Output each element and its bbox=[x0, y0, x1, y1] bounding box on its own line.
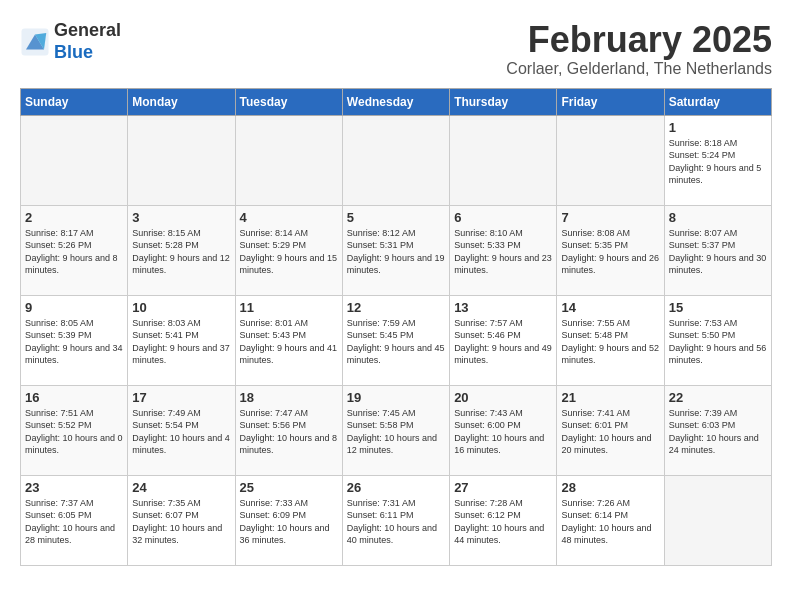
day-info: Sunrise: 7:49 AM Sunset: 5:54 PM Dayligh… bbox=[132, 407, 230, 457]
day-info: Sunrise: 8:05 AM Sunset: 5:39 PM Dayligh… bbox=[25, 317, 123, 367]
day-number: 3 bbox=[132, 210, 230, 225]
calendar-day-cell bbox=[450, 115, 557, 205]
day-info: Sunrise: 8:10 AM Sunset: 5:33 PM Dayligh… bbox=[454, 227, 552, 277]
calendar-day-cell: 24Sunrise: 7:35 AM Sunset: 6:07 PM Dayli… bbox=[128, 475, 235, 565]
day-number: 1 bbox=[669, 120, 767, 135]
calendar-day-cell: 2Sunrise: 8:17 AM Sunset: 5:26 PM Daylig… bbox=[21, 205, 128, 295]
weekday-header-row: SundayMondayTuesdayWednesdayThursdayFrid… bbox=[21, 88, 772, 115]
page-header: General Blue February 2025 Corlaer, Geld… bbox=[20, 20, 772, 78]
day-info: Sunrise: 8:17 AM Sunset: 5:26 PM Dayligh… bbox=[25, 227, 123, 277]
calendar-day-cell: 9Sunrise: 8:05 AM Sunset: 5:39 PM Daylig… bbox=[21, 295, 128, 385]
calendar-day-cell bbox=[128, 115, 235, 205]
calendar-day-cell: 4Sunrise: 8:14 AM Sunset: 5:29 PM Daylig… bbox=[235, 205, 342, 295]
day-number: 23 bbox=[25, 480, 123, 495]
calendar-day-cell: 27Sunrise: 7:28 AM Sunset: 6:12 PM Dayli… bbox=[450, 475, 557, 565]
calendar-day-cell: 21Sunrise: 7:41 AM Sunset: 6:01 PM Dayli… bbox=[557, 385, 664, 475]
day-number: 19 bbox=[347, 390, 445, 405]
day-info: Sunrise: 7:37 AM Sunset: 6:05 PM Dayligh… bbox=[25, 497, 123, 547]
logo-icon bbox=[20, 27, 50, 57]
calendar-week-row: 2Sunrise: 8:17 AM Sunset: 5:26 PM Daylig… bbox=[21, 205, 772, 295]
calendar-day-cell: 25Sunrise: 7:33 AM Sunset: 6:09 PM Dayli… bbox=[235, 475, 342, 565]
title-block: February 2025 Corlaer, Gelderland, The N… bbox=[506, 20, 772, 78]
calendar-body: 1Sunrise: 8:18 AM Sunset: 5:24 PM Daylig… bbox=[21, 115, 772, 565]
day-number: 20 bbox=[454, 390, 552, 405]
day-number: 15 bbox=[669, 300, 767, 315]
day-info: Sunrise: 8:12 AM Sunset: 5:31 PM Dayligh… bbox=[347, 227, 445, 277]
day-number: 25 bbox=[240, 480, 338, 495]
day-number: 8 bbox=[669, 210, 767, 225]
calendar-day-cell: 12Sunrise: 7:59 AM Sunset: 5:45 PM Dayli… bbox=[342, 295, 449, 385]
calendar-table: SundayMondayTuesdayWednesdayThursdayFrid… bbox=[20, 88, 772, 566]
day-info: Sunrise: 7:31 AM Sunset: 6:11 PM Dayligh… bbox=[347, 497, 445, 547]
day-info: Sunrise: 7:57 AM Sunset: 5:46 PM Dayligh… bbox=[454, 317, 552, 367]
calendar-day-cell: 11Sunrise: 8:01 AM Sunset: 5:43 PM Dayli… bbox=[235, 295, 342, 385]
day-info: Sunrise: 7:39 AM Sunset: 6:03 PM Dayligh… bbox=[669, 407, 767, 457]
calendar-week-row: 23Sunrise: 7:37 AM Sunset: 6:05 PM Dayli… bbox=[21, 475, 772, 565]
calendar-day-cell bbox=[342, 115, 449, 205]
day-info: Sunrise: 8:15 AM Sunset: 5:28 PM Dayligh… bbox=[132, 227, 230, 277]
day-info: Sunrise: 7:53 AM Sunset: 5:50 PM Dayligh… bbox=[669, 317, 767, 367]
calendar-title: February 2025 bbox=[506, 20, 772, 60]
day-number: 14 bbox=[561, 300, 659, 315]
day-info: Sunrise: 8:01 AM Sunset: 5:43 PM Dayligh… bbox=[240, 317, 338, 367]
logo-text: General Blue bbox=[54, 20, 121, 63]
day-info: Sunrise: 8:18 AM Sunset: 5:24 PM Dayligh… bbox=[669, 137, 767, 187]
calendar-day-cell: 23Sunrise: 7:37 AM Sunset: 6:05 PM Dayli… bbox=[21, 475, 128, 565]
calendar-day-cell bbox=[664, 475, 771, 565]
calendar-day-cell: 7Sunrise: 8:08 AM Sunset: 5:35 PM Daylig… bbox=[557, 205, 664, 295]
day-info: Sunrise: 8:07 AM Sunset: 5:37 PM Dayligh… bbox=[669, 227, 767, 277]
day-number: 27 bbox=[454, 480, 552, 495]
day-info: Sunrise: 7:28 AM Sunset: 6:12 PM Dayligh… bbox=[454, 497, 552, 547]
calendar-day-cell: 19Sunrise: 7:45 AM Sunset: 5:58 PM Dayli… bbox=[342, 385, 449, 475]
day-number: 22 bbox=[669, 390, 767, 405]
day-info: Sunrise: 7:33 AM Sunset: 6:09 PM Dayligh… bbox=[240, 497, 338, 547]
day-number: 9 bbox=[25, 300, 123, 315]
weekday-header-cell: Friday bbox=[557, 88, 664, 115]
day-number: 7 bbox=[561, 210, 659, 225]
day-info: Sunrise: 7:51 AM Sunset: 5:52 PM Dayligh… bbox=[25, 407, 123, 457]
logo: General Blue bbox=[20, 20, 121, 63]
calendar-day-cell: 10Sunrise: 8:03 AM Sunset: 5:41 PM Dayli… bbox=[128, 295, 235, 385]
day-info: Sunrise: 7:55 AM Sunset: 5:48 PM Dayligh… bbox=[561, 317, 659, 367]
day-info: Sunrise: 7:26 AM Sunset: 6:14 PM Dayligh… bbox=[561, 497, 659, 547]
weekday-header-cell: Monday bbox=[128, 88, 235, 115]
weekday-header-cell: Tuesday bbox=[235, 88, 342, 115]
weekday-header-cell: Thursday bbox=[450, 88, 557, 115]
day-info: Sunrise: 8:14 AM Sunset: 5:29 PM Dayligh… bbox=[240, 227, 338, 277]
day-number: 16 bbox=[25, 390, 123, 405]
day-number: 24 bbox=[132, 480, 230, 495]
calendar-day-cell: 14Sunrise: 7:55 AM Sunset: 5:48 PM Dayli… bbox=[557, 295, 664, 385]
day-info: Sunrise: 7:47 AM Sunset: 5:56 PM Dayligh… bbox=[240, 407, 338, 457]
calendar-week-row: 1Sunrise: 8:18 AM Sunset: 5:24 PM Daylig… bbox=[21, 115, 772, 205]
calendar-day-cell: 1Sunrise: 8:18 AM Sunset: 5:24 PM Daylig… bbox=[664, 115, 771, 205]
calendar-day-cell: 5Sunrise: 8:12 AM Sunset: 5:31 PM Daylig… bbox=[342, 205, 449, 295]
weekday-header-cell: Wednesday bbox=[342, 88, 449, 115]
day-number: 2 bbox=[25, 210, 123, 225]
calendar-day-cell: 18Sunrise: 7:47 AM Sunset: 5:56 PM Dayli… bbox=[235, 385, 342, 475]
weekday-header-cell: Saturday bbox=[664, 88, 771, 115]
calendar-day-cell: 26Sunrise: 7:31 AM Sunset: 6:11 PM Dayli… bbox=[342, 475, 449, 565]
weekday-header-cell: Sunday bbox=[21, 88, 128, 115]
calendar-day-cell: 8Sunrise: 8:07 AM Sunset: 5:37 PM Daylig… bbox=[664, 205, 771, 295]
calendar-day-cell bbox=[235, 115, 342, 205]
calendar-day-cell: 6Sunrise: 8:10 AM Sunset: 5:33 PM Daylig… bbox=[450, 205, 557, 295]
day-info: Sunrise: 7:59 AM Sunset: 5:45 PM Dayligh… bbox=[347, 317, 445, 367]
day-info: Sunrise: 7:43 AM Sunset: 6:00 PM Dayligh… bbox=[454, 407, 552, 457]
day-info: Sunrise: 7:45 AM Sunset: 5:58 PM Dayligh… bbox=[347, 407, 445, 457]
calendar-day-cell: 20Sunrise: 7:43 AM Sunset: 6:00 PM Dayli… bbox=[450, 385, 557, 475]
day-number: 5 bbox=[347, 210, 445, 225]
calendar-day-cell: 3Sunrise: 8:15 AM Sunset: 5:28 PM Daylig… bbox=[128, 205, 235, 295]
calendar-day-cell: 22Sunrise: 7:39 AM Sunset: 6:03 PM Dayli… bbox=[664, 385, 771, 475]
calendar-day-cell bbox=[21, 115, 128, 205]
day-info: Sunrise: 7:41 AM Sunset: 6:01 PM Dayligh… bbox=[561, 407, 659, 457]
calendar-day-cell: 15Sunrise: 7:53 AM Sunset: 5:50 PM Dayli… bbox=[664, 295, 771, 385]
day-number: 28 bbox=[561, 480, 659, 495]
day-number: 6 bbox=[454, 210, 552, 225]
day-number: 26 bbox=[347, 480, 445, 495]
day-number: 18 bbox=[240, 390, 338, 405]
day-number: 4 bbox=[240, 210, 338, 225]
day-number: 13 bbox=[454, 300, 552, 315]
day-info: Sunrise: 8:08 AM Sunset: 5:35 PM Dayligh… bbox=[561, 227, 659, 277]
calendar-day-cell: 28Sunrise: 7:26 AM Sunset: 6:14 PM Dayli… bbox=[557, 475, 664, 565]
calendar-week-row: 16Sunrise: 7:51 AM Sunset: 5:52 PM Dayli… bbox=[21, 385, 772, 475]
